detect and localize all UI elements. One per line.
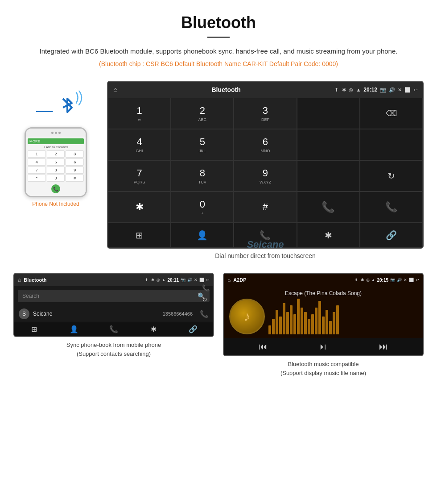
status-icons-main: ✱ ◎ ▲ 20:12 📷 🔊 ✕ ⬜ ↩ xyxy=(342,87,417,93)
home-icon[interactable]: ⌂ xyxy=(113,86,118,94)
phone-green-bar: MORE xyxy=(28,138,84,144)
pb-side-phone-icon[interactable]: 📞 xyxy=(202,284,210,292)
pb-bottom-phone[interactable]: 📞 xyxy=(94,325,133,333)
dial-key-3[interactable]: 3DEF xyxy=(234,98,297,129)
dial-key-5[interactable]: 5JKL xyxy=(171,129,234,160)
pb-close-icon[interactable]: ✕ xyxy=(194,278,198,282)
music-bt-icon: ✱ xyxy=(361,278,364,282)
phone-container: ⸻ MORE xyxy=(13,81,98,207)
phone-key-1[interactable]: 1 xyxy=(28,150,46,158)
back-icon[interactable]: ↩ xyxy=(413,87,417,93)
eq-bar xyxy=(301,308,303,334)
car-screen-main: ⌂ Bluetooth ⬆ ✱ ◎ ▲ 20:12 📷 🔊 ✕ ⬜ ↩ xyxy=(107,81,424,249)
volume-icon[interactable]: 🔊 xyxy=(389,87,395,93)
eq-bar xyxy=(318,301,321,334)
phone-key-3[interactable]: 3 xyxy=(66,150,84,158)
music-vol-icon[interactable]: 🔊 xyxy=(397,278,402,282)
music-status-bar: ⌂ A2DP ⬆ ✱ ◎ ▲ 20:15 📷 🔊 ✕ ⬜ ↩ xyxy=(224,274,423,286)
pb-contact-number: 13566664466 xyxy=(163,311,193,317)
page-title: Bluetooth xyxy=(27,13,410,32)
dial-bottom-bt[interactable]: ✱ xyxy=(297,223,360,248)
title-divider xyxy=(207,37,230,38)
signal-status-icon: ▲ xyxy=(356,87,361,92)
music-next-button[interactable]: ⏭ xyxy=(379,342,388,352)
phone-key-hash[interactable]: # xyxy=(66,175,84,182)
pb-bottom-person[interactable]: 👤 xyxy=(54,325,94,333)
phone-key-4[interactable]: 4 xyxy=(28,158,46,166)
pb-win-icon[interactable]: ⬜ xyxy=(199,278,204,282)
dial-key-4[interactable]: 4GHI xyxy=(108,129,171,160)
phonebook-screen-title: Bluetooth xyxy=(24,277,142,283)
phone-key-7[interactable]: 7 xyxy=(28,167,46,174)
dial-key-0[interactable]: 0+ xyxy=(171,192,234,223)
dial-bottom-person[interactable]: 👤 xyxy=(171,223,234,248)
equalizer-area xyxy=(268,299,417,334)
phone-key-2[interactable]: 2 xyxy=(47,150,65,158)
screen-title-main: Bluetooth xyxy=(121,86,331,93)
dial-key-7[interactable]: 7PQRS xyxy=(108,160,171,192)
music-album-row: ♪ xyxy=(224,299,423,338)
phone-key-star[interactable]: * xyxy=(28,175,46,182)
dial-reload-cell[interactable]: ↻ xyxy=(360,160,423,192)
dial-bottom-phone[interactable]: 📞 xyxy=(234,223,297,248)
phone-key-6[interactable]: 6 xyxy=(66,158,84,166)
phone-key-8[interactable]: 8 xyxy=(47,167,65,174)
window-icon[interactable]: ⬜ xyxy=(404,87,411,93)
bt-status-icon: ✱ xyxy=(342,87,346,93)
music-screen: ⌂ A2DP ⬆ ✱ ◎ ▲ 20:15 📷 🔊 ✕ ⬜ ↩ Escape (T… xyxy=(223,273,424,356)
eq-bar xyxy=(286,312,289,334)
dial-grid: 1∞ 2ABC 3DEF ⌫ 4GHI 5JKL xyxy=(108,98,423,248)
music-play-pause-button[interactable]: ⏯ xyxy=(319,342,328,352)
eq-bar xyxy=(293,314,296,334)
phonebook-entry[interactable]: S Seicane 13566664466 📞 xyxy=(14,306,213,322)
page-specs: (Bluetooth chip : CSR BC6 Default Blueto… xyxy=(27,60,410,67)
music-song-area: Escape (The Pina Colada Song) xyxy=(224,286,423,299)
dial-backspace-cell[interactable]: ⌫ xyxy=(360,98,423,129)
music-controls: ⏮ ⏯ ⏭ xyxy=(224,338,423,355)
phonebook-search-bar[interactable]: Search 🔍 xyxy=(18,290,210,302)
album-art: ♪ xyxy=(229,299,265,334)
dial-call-red-cell[interactable]: 📞 xyxy=(360,192,423,223)
close-icon[interactable]: ✕ xyxy=(398,87,402,93)
music-win-icon[interactable]: ⬜ xyxy=(409,278,414,282)
pb-bottom-bt[interactable]: ✱ xyxy=(134,325,173,333)
eq-bar xyxy=(290,305,293,334)
pb-loc-icon: ◎ xyxy=(157,278,160,282)
pb-vol-icon[interactable]: 🔊 xyxy=(187,278,192,282)
dial-bottom-link[interactable]: 🔗 xyxy=(360,223,423,248)
phone-key-9[interactable]: 9 xyxy=(66,167,84,174)
bottom-section: ⌂ Bluetooth ⬆ ✱ ◎ ▲ 20:11 📷 🔊 ✕ ⬜ ↩ Sear… xyxy=(0,273,437,391)
music-usb-icon: ⬆ xyxy=(355,278,358,282)
pb-bottom-link[interactable]: 🔗 xyxy=(173,325,213,333)
music-time: 20:15 xyxy=(377,278,388,283)
dial-key-8[interactable]: 8TUV xyxy=(171,160,234,192)
eq-bar xyxy=(322,317,325,334)
dial-key-hash[interactable]: # xyxy=(234,192,297,223)
pb-status-icons: ✱ ◎ ▲ 20:11 📷 🔊 ✕ ⬜ ↩ xyxy=(151,278,210,283)
eq-bar xyxy=(329,321,332,334)
music-close-icon[interactable]: ✕ xyxy=(404,278,407,282)
dial-key-1[interactable]: 1∞ xyxy=(108,98,171,129)
pb-side-reload-icon[interactable]: ↻ xyxy=(202,296,210,303)
dial-bottom-keypad[interactable]: ⊞ xyxy=(108,223,171,248)
dial-key-9[interactable]: 9WXYZ xyxy=(234,160,297,192)
music-prev-button[interactable]: ⏮ xyxy=(259,342,268,352)
dial-key-star[interactable]: ✱ xyxy=(108,192,171,223)
pb-bottom-keypad[interactable]: ⊞ xyxy=(14,325,54,333)
phone-mockup: MORE + Add to Contacts 1 2 3 4 5 6 7 8 9… xyxy=(25,127,87,197)
music-status-icons: ✱ ◎ ▲ 20:15 📷 🔊 ✕ ⬜ ↩ xyxy=(361,278,420,283)
phone-key-0[interactable]: 0 xyxy=(47,175,65,182)
phonebook-screen: ⌂ Bluetooth ⬆ ✱ ◎ ▲ 20:11 📷 🔊 ✕ ⬜ ↩ Sear… xyxy=(13,273,214,337)
phone-call-button[interactable]: 📞 xyxy=(51,184,60,193)
music-home-icon[interactable]: ⌂ xyxy=(227,277,231,283)
music-back-icon[interactable]: ↩ xyxy=(416,278,419,282)
dial-key-2[interactable]: 2ABC xyxy=(171,98,234,129)
dial-key-6[interactable]: 6MNO xyxy=(234,129,297,160)
pb-back-icon[interactable]: ↩ xyxy=(206,278,210,282)
dial-call-green-cell[interactable]: 📞 xyxy=(297,192,360,223)
pb-home-icon[interactable]: ⌂ xyxy=(18,277,21,283)
phone-key-5[interactable]: 5 xyxy=(47,158,65,166)
dial-empty-r2c4 xyxy=(297,129,360,160)
music-sig-icon: ▲ xyxy=(371,278,375,282)
pb-call-icon[interactable]: 📞 xyxy=(200,310,209,318)
